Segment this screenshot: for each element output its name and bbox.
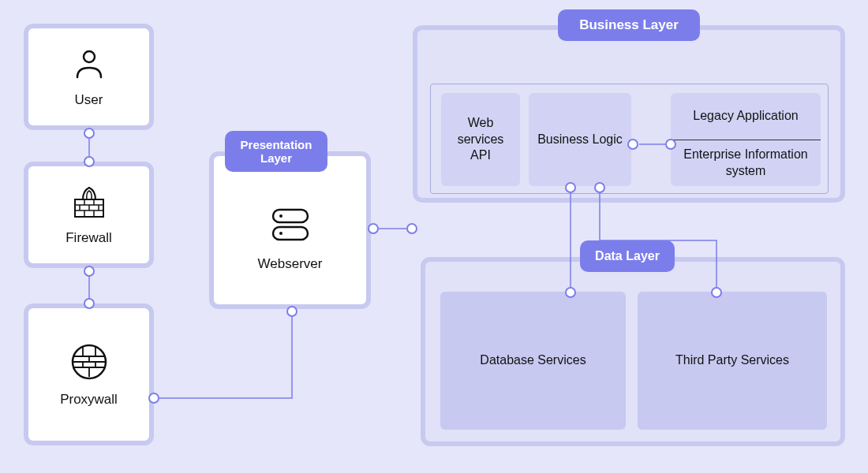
box-web-services-api: Web services API <box>441 93 520 186</box>
svg-rect-28 <box>273 227 308 240</box>
legacy-app-label: Legacy Application <box>671 93 821 140</box>
eis-label: Enterprise Information system <box>671 140 821 187</box>
node-user: User <box>24 24 154 130</box>
port-bizlogic-right <box>627 139 638 150</box>
svg-rect-26 <box>273 210 308 222</box>
box-third-party-services: Third Party Services <box>638 292 827 430</box>
svg-point-27 <box>279 214 282 218</box>
data-layer-badge: Data Layer <box>580 240 675 272</box>
proxywall-icon <box>69 342 109 385</box>
port-firewall-bottom <box>84 266 95 277</box>
firewall-label: Firewall <box>65 230 112 246</box>
port-third-top <box>711 287 722 298</box>
proxywall-label: Proxywall <box>60 392 118 408</box>
port-firewall-top <box>84 156 95 167</box>
user-icon <box>71 46 107 86</box>
business-logic-label: Business Logic <box>533 132 627 148</box>
webserver-label: Webserver <box>258 256 323 272</box>
port-proxywall-top <box>84 298 95 309</box>
business-layer-badge: Business Layer <box>558 9 700 41</box>
box-database-services: Database Services <box>440 292 626 430</box>
server-icon <box>267 205 314 250</box>
port-webserver-right <box>368 223 379 234</box>
node-webserver: Webserver <box>209 151 371 309</box>
box-legacy-eis: Legacy Application Enterprise Informatio… <box>671 93 821 186</box>
port-bizlogic-bottom-2 <box>594 182 605 193</box>
port-legacy-left <box>665 139 676 150</box>
port-proxywall-right <box>148 393 159 404</box>
port-business-left <box>406 223 417 234</box>
third-party-label: Third Party Services <box>668 352 797 369</box>
node-firewall: Firewall <box>24 162 154 268</box>
presentation-layer-label: Presentation Layer <box>233 138 320 165</box>
node-proxywall: Proxywall <box>24 304 154 445</box>
port-bizlogic-bottom-1 <box>565 182 576 193</box>
data-layer-label: Data Layer <box>595 249 660 263</box>
database-services-label: Database Services <box>472 352 593 369</box>
box-business-logic: Business Logic <box>529 93 631 186</box>
port-db-top <box>565 287 576 298</box>
presentation-layer-badge: Presentation Layer <box>225 131 327 172</box>
port-webserver-bottom <box>286 306 297 317</box>
business-layer-label: Business Layer <box>579 17 679 33</box>
port-user-bottom <box>84 128 95 139</box>
firewall-icon <box>71 184 107 224</box>
user-label: User <box>75 92 103 108</box>
svg-point-29 <box>279 232 282 235</box>
svg-point-5 <box>84 51 95 62</box>
web-services-api-label: Web services API <box>441 115 520 164</box>
